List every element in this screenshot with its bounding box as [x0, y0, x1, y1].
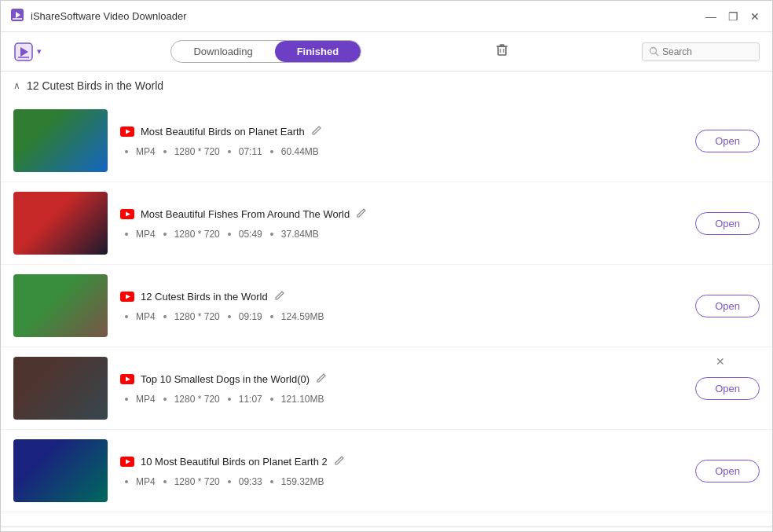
- meta-dot: [228, 315, 231, 318]
- close-button[interactable]: ✕: [747, 9, 763, 24]
- video-thumbnail: [13, 274, 108, 337]
- open-button[interactable]: Open: [695, 377, 760, 400]
- meta-dot: [270, 315, 273, 318]
- dropdown-arrow-icon: ▾: [37, 46, 42, 57]
- title-bar: iShareSoftware Video Downloader — ❐ ✕: [1, 1, 772, 32]
- add-download-button[interactable]: ▾: [13, 42, 42, 62]
- youtube-icon: [120, 457, 134, 467]
- video-resolution: 1280 * 720: [174, 394, 220, 405]
- list-item: 10 Most Beautiful Birds on Planet Earth …: [1, 430, 772, 512]
- meta-dot: [228, 150, 231, 153]
- meta-dot: [270, 398, 273, 401]
- downloading-tab[interactable]: Downloading: [171, 41, 274, 62]
- meta-dot: [163, 315, 167, 318]
- toolbar: ▾ Downloading Finished: [1, 32, 772, 72]
- meta-dot: [125, 480, 128, 483]
- video-format: MP4: [136, 394, 156, 405]
- list-item: 12 Cutest Birds in the World MP4 1280 * …: [1, 265, 772, 347]
- video-duration: 05:49: [239, 229, 262, 240]
- meta-dot: [163, 480, 167, 483]
- meta-dot: [228, 398, 231, 401]
- video-meta: MP4 1280 * 720 09:33 159.32MB: [120, 476, 683, 487]
- video-info: 12 Cutest Birds in the World MP4 1280 * …: [108, 290, 695, 322]
- content-area: Most Beautiful Birds on Planet Earth MP4…: [1, 100, 772, 526]
- video-size: 124.59MB: [281, 311, 324, 322]
- open-button[interactable]: Open: [695, 212, 760, 235]
- video-thumbnail: [13, 109, 108, 172]
- video-title: Most Beautiful Birds on Planet Earth: [141, 126, 305, 138]
- video-title: Most Beautiful Fishes From Around The Wo…: [141, 208, 350, 220]
- search-input[interactable]: [662, 46, 753, 57]
- video-meta: MP4 1280 * 720 07:11 60.44MB: [120, 146, 683, 157]
- meta-dot: [270, 150, 273, 153]
- svg-point-10: [650, 48, 656, 54]
- video-size: 159.32MB: [281, 476, 324, 487]
- video-resolution: 1280 * 720: [174, 229, 220, 240]
- video-thumbnail: [13, 192, 108, 255]
- finished-tab[interactable]: Finished: [275, 41, 361, 62]
- meta-dot: [163, 398, 167, 401]
- video-title: 12 Cutest Birds in the World: [141, 291, 268, 303]
- open-button[interactable]: Open: [695, 130, 760, 152]
- restore-button[interactable]: ❐: [725, 9, 741, 24]
- meta-dot: [125, 398, 128, 401]
- list-item: Most Beautiful Fishes From Around The Wo…: [1, 182, 772, 265]
- video-meta: MP4 1280 * 720 05:49 37.84MB: [120, 229, 683, 240]
- edit-icon[interactable]: [316, 372, 327, 386]
- video-duration: 09:19: [239, 311, 262, 322]
- video-thumbnail: [13, 357, 108, 420]
- meta-dot: [163, 233, 167, 236]
- video-format: MP4: [136, 229, 156, 240]
- meta-dot: [125, 315, 128, 318]
- edit-icon[interactable]: [311, 125, 322, 138]
- close-item-button[interactable]: ✕: [716, 355, 725, 368]
- list-item: Top 10 Smallest Dogs in the World(0) MP4…: [1, 347, 772, 430]
- video-thumbnail: [13, 439, 108, 502]
- video-duration: 11:07: [239, 394, 262, 405]
- video-duration: 09:33: [239, 476, 262, 487]
- video-format: MP4: [136, 146, 156, 157]
- meta-dot: [228, 233, 231, 236]
- tab-group: Downloading Finished: [170, 40, 361, 63]
- video-meta: MP4 1280 * 720 09:19 124.59MB: [120, 311, 683, 322]
- video-size: 121.10MB: [281, 394, 324, 405]
- video-meta: MP4 1280 * 720 11:07 121.10MB: [120, 394, 683, 405]
- meta-dot: [228, 480, 231, 483]
- app-icon: [10, 8, 24, 25]
- delete-button[interactable]: [491, 39, 513, 64]
- collapse-icon: ∧: [13, 80, 20, 91]
- meta-dot: [125, 233, 128, 236]
- video-format: MP4: [136, 476, 156, 487]
- youtube-icon: [120, 292, 134, 302]
- video-size: 60.44MB: [281, 146, 319, 157]
- edit-icon[interactable]: [356, 207, 367, 221]
- meta-dot: [125, 150, 128, 153]
- meta-dot: [270, 233, 273, 236]
- minimize-button[interactable]: —: [703, 9, 719, 24]
- footer-bar: 12 Item(s),1.33GB: [1, 526, 772, 532]
- meta-dot: [163, 150, 167, 153]
- video-info: Top 10 Smallest Dogs in the World(0) MP4…: [108, 372, 695, 405]
- video-info: 10 Most Beautiful Birds on Planet Earth …: [108, 455, 695, 487]
- video-resolution: 1280 * 720: [174, 476, 220, 487]
- video-format: MP4: [136, 311, 156, 322]
- search-box: [642, 42, 760, 61]
- video-resolution: 1280 * 720: [174, 311, 220, 322]
- list-item: Most Beautiful Birds on Planet Earth MP4…: [1, 100, 772, 182]
- group-title: 12 Cutest Birds in the World: [27, 79, 163, 92]
- meta-dot: [270, 480, 273, 483]
- youtube-icon: [120, 374, 134, 384]
- video-resolution: 1280 * 720: [174, 146, 220, 157]
- edit-icon[interactable]: [334, 455, 345, 468]
- video-info: Most Beautiful Fishes From Around The Wo…: [108, 207, 695, 240]
- open-button[interactable]: Open: [695, 295, 760, 317]
- video-info: Most Beautiful Birds on Planet Earth MP4…: [108, 125, 695, 157]
- video-duration: 07:11: [239, 146, 262, 157]
- svg-line-11: [655, 53, 658, 57]
- svg-rect-7: [498, 46, 506, 55]
- app-title: iShareSoftware Video Downloader: [31, 10, 187, 22]
- group-header[interactable]: ∧ 12 Cutest Birds in the World: [1, 72, 772, 100]
- edit-icon[interactable]: [274, 290, 285, 303]
- video-title: Top 10 Smallest Dogs in the World(0): [141, 373, 310, 385]
- open-button[interactable]: Open: [695, 460, 760, 482]
